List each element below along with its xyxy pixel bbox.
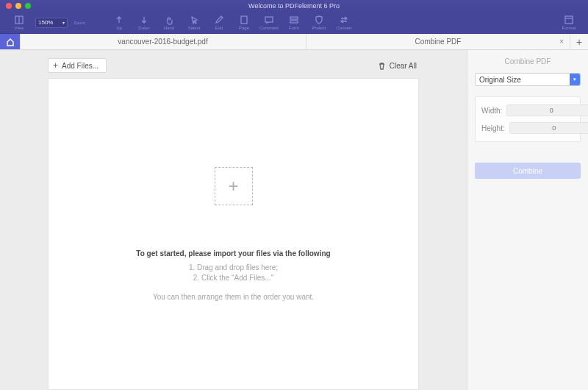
comment-tool[interactable]: Comment bbox=[257, 13, 281, 33]
form-label: Form bbox=[289, 26, 299, 30]
close-tab-icon[interactable]: × bbox=[559, 38, 564, 46]
edit-tool[interactable]: Edit bbox=[207, 13, 231, 33]
combine-button-label: Combine bbox=[513, 167, 542, 175]
view-tool[interactable]: View bbox=[7, 13, 31, 33]
format-tool[interactable]: Format bbox=[557, 13, 581, 33]
select-tool[interactable]: Select bbox=[182, 13, 206, 33]
edit-label: Edit bbox=[215, 26, 223, 30]
content-area: + Add Files... Clear All + To get starte… bbox=[0, 50, 588, 390]
combine-tab-label: Combine PDF bbox=[415, 38, 462, 46]
convert-icon bbox=[339, 15, 349, 25]
down-label: Down bbox=[138, 26, 149, 30]
form-tool[interactable]: Form bbox=[282, 13, 306, 33]
main-toolbar-row: + Add Files... Clear All bbox=[7, 57, 459, 74]
up-tool[interactable]: Up bbox=[107, 13, 131, 33]
minimize-icon[interactable] bbox=[15, 3, 21, 9]
height-row: Height: mm bbox=[481, 122, 574, 134]
tab-bar: vancouver-2016-budget.pdf Combine PDF × … bbox=[0, 34, 588, 50]
width-input[interactable] bbox=[506, 104, 588, 116]
comment-icon bbox=[264, 15, 274, 25]
convert-label: Convert bbox=[336, 26, 351, 30]
svg-rect-3 bbox=[265, 17, 273, 22]
svg-rect-4 bbox=[290, 17, 298, 19]
select-arrow-icon: ▾ bbox=[570, 74, 580, 85]
drop-footer: You can then arrange them in the order y… bbox=[153, 293, 314, 301]
convert-tool[interactable]: Convert bbox=[332, 13, 356, 33]
dimensions-group: Width: mm Height: mm bbox=[475, 96, 581, 142]
combine-button[interactable]: Combine bbox=[475, 163, 581, 179]
add-files-button[interactable]: + Add Files... bbox=[48, 58, 107, 73]
form-icon bbox=[289, 15, 299, 25]
side-panel: Combine PDF Original Size ▾ Width: mm He… bbox=[467, 50, 588, 390]
trash-icon bbox=[378, 62, 386, 70]
window-title: Welcome to PDFelement 6 Pro bbox=[0, 2, 588, 10]
home-icon bbox=[6, 38, 15, 46]
select-label: Select bbox=[188, 26, 201, 30]
drop-heading: To get started, please import your files… bbox=[136, 249, 330, 258]
maximize-icon[interactable] bbox=[25, 3, 31, 9]
view-label: View bbox=[15, 26, 24, 30]
comment-label: Comment bbox=[259, 26, 279, 30]
main-panel: + Add Files... Clear All + To get starte… bbox=[0, 50, 467, 390]
main-toolbar: View 150% ▾ Zoom Up Down Hand Select Edi… bbox=[0, 12, 588, 34]
zoom-value: 150% bbox=[38, 19, 53, 26]
combine-tab[interactable]: Combine PDF × bbox=[306, 34, 570, 49]
chevron-down-icon: ▾ bbox=[62, 20, 65, 25]
view-icon bbox=[14, 15, 24, 25]
edit-icon bbox=[214, 15, 224, 25]
clear-all-label: Clear All bbox=[390, 62, 417, 70]
height-input[interactable] bbox=[509, 122, 588, 134]
zoom-label: Zoom bbox=[74, 21, 85, 25]
up-label: Up bbox=[116, 26, 122, 30]
svg-rect-5 bbox=[290, 21, 298, 23]
home-tab[interactable] bbox=[0, 34, 20, 49]
height-label: Height: bbox=[481, 124, 505, 132]
drop-line-2: 2. Click the "Add Files..." bbox=[193, 274, 273, 282]
drop-line-1: 1. Drag and drop files here; bbox=[189, 263, 278, 272]
format-label: Format bbox=[562, 26, 576, 30]
add-files-label: Add Files... bbox=[62, 62, 98, 70]
hand-icon bbox=[164, 15, 174, 25]
width-label: Width: bbox=[481, 107, 502, 115]
cursor-icon bbox=[189, 15, 199, 25]
page-icon bbox=[239, 15, 249, 25]
protect-label: Protect bbox=[312, 26, 326, 30]
clear-all-button[interactable]: Clear All bbox=[378, 62, 417, 70]
arrow-up-icon bbox=[114, 15, 124, 25]
format-icon bbox=[564, 15, 574, 25]
close-icon[interactable] bbox=[6, 3, 12, 9]
arrow-down-icon bbox=[139, 15, 149, 25]
page-size-value: Original Size bbox=[479, 76, 521, 84]
document-tab-label: vancouver-2016-budget.pdf bbox=[118, 38, 207, 46]
document-tab[interactable]: vancouver-2016-budget.pdf bbox=[20, 34, 306, 49]
zoom-select[interactable]: 150% ▾ bbox=[35, 18, 68, 28]
drop-plus-icon: + bbox=[215, 167, 253, 205]
drop-canvas[interactable]: + To get started, please import your fil… bbox=[48, 78, 419, 390]
hand-tool[interactable]: Hand bbox=[157, 13, 181, 33]
side-panel-title: Combine PDF bbox=[475, 57, 581, 65]
window-controls bbox=[6, 3, 31, 9]
width-row: Width: mm bbox=[481, 104, 574, 116]
titlebar: Welcome to PDFelement 6 Pro bbox=[0, 0, 588, 12]
protect-tool[interactable]: Protect bbox=[307, 13, 331, 33]
hand-label: Hand bbox=[164, 26, 174, 30]
svg-rect-6 bbox=[565, 16, 573, 24]
add-tab-button[interactable]: + bbox=[570, 34, 588, 49]
shield-icon bbox=[314, 15, 324, 25]
page-size-select[interactable]: Original Size ▾ bbox=[475, 73, 581, 86]
plus-icon: + bbox=[53, 60, 58, 71]
down-tool[interactable]: Down bbox=[132, 13, 156, 33]
zoom-tool-label: Zoom bbox=[72, 13, 87, 33]
page-label: Page bbox=[239, 26, 249, 30]
svg-rect-2 bbox=[241, 16, 247, 24]
page-tool[interactable]: Page bbox=[232, 13, 256, 33]
